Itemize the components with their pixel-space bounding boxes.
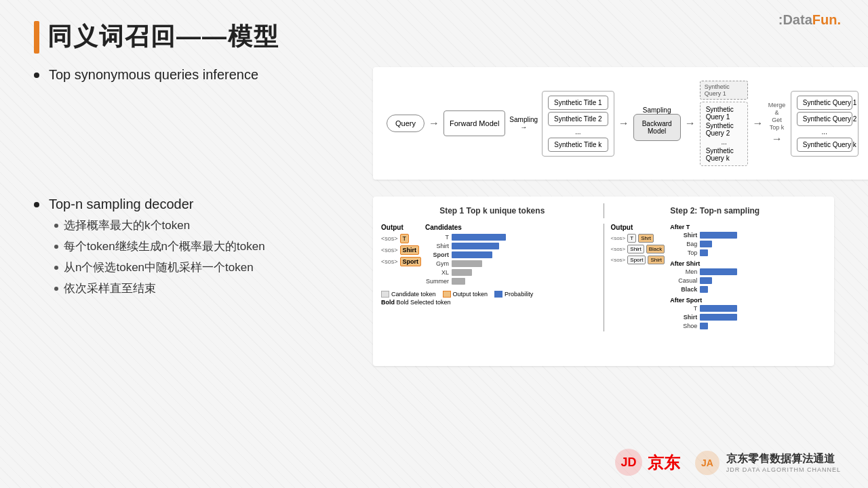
legend-prob: Probability xyxy=(494,291,533,298)
sub-text-2: 每个token继续生成n个概率最大的token xyxy=(64,239,265,254)
footer: JD 京东 JA 京东零售数据算法通道 JDR DATA ALGORITHM C… xyxy=(614,447,841,478)
step2-sos-2: <sos> xyxy=(611,246,626,252)
sub-text-4: 依次采样直至结束 xyxy=(64,281,156,296)
sub-text-1: 选择概率最大的k个token xyxy=(64,218,190,233)
at-top-lbl: Top xyxy=(670,249,697,256)
backward-model-box: Backward Model xyxy=(633,114,681,141)
token-Sport: Sport xyxy=(400,257,422,266)
channel-text-area: 京东零售数据算法通道 JDR DATA ALGORITHM CHANNEL xyxy=(726,452,841,473)
step2-black: Black xyxy=(646,245,665,253)
as-men-bar xyxy=(700,268,737,275)
sos-1: <sos> xyxy=(381,235,398,242)
step2-shirt2: Shirt xyxy=(648,256,664,264)
sampling-body: Output <sos> T <sos> Shirt xyxy=(381,224,826,331)
arrow5: → xyxy=(772,133,783,145)
asp-shirt-bar xyxy=(700,314,737,321)
asp-shoe-row: Shoe xyxy=(670,323,737,329)
at-bag-lbl: Bag xyxy=(670,241,697,247)
final-queries-group: Synthetic Query 1 Synthetic Query 2 ... … xyxy=(791,91,859,157)
svg-text:JD: JD xyxy=(620,455,636,469)
sub-bullet-4: 依次采样直至结束 xyxy=(54,281,359,296)
legend-prob-box xyxy=(494,291,502,298)
candidate-bars: T Shirt Sport xyxy=(425,234,506,285)
legend-area: Candidate token Output token Probability xyxy=(381,291,597,298)
candidates-col: Candidates T Shirt xyxy=(425,224,506,287)
asp-shoe-bar xyxy=(700,323,708,329)
output-tokens: <sos> T <sos> Shirt <sos> xyxy=(381,234,421,266)
at-top-bar xyxy=(700,249,708,256)
cand-label-Gym: Gym xyxy=(425,260,449,267)
asp-t-lbl: T xyxy=(670,305,697,312)
cand-bar-XL: XL xyxy=(425,269,506,276)
jd-icon: JD xyxy=(614,447,644,478)
after-shirt-block: After Shirt Men Casual xyxy=(670,260,737,293)
synth-q-mid-group: Synthetic Query 1 Synthetic Query 2 ... … xyxy=(700,102,749,166)
asp-shirt-row: Shirt xyxy=(670,314,737,321)
token-T: T xyxy=(400,234,410,243)
cand-label-XL: XL xyxy=(425,269,449,276)
bullet-dot-2 xyxy=(34,202,39,207)
at-shirt-bar xyxy=(700,232,737,239)
query-label: Query xyxy=(395,119,416,127)
at-bag-row: Bag xyxy=(670,241,737,247)
synthetic-title-k: Synthetic Title k xyxy=(548,138,608,152)
merge-label: Merge &Get Top k xyxy=(767,102,786,131)
step2-content: Output <sos> T Shrt <sos> xyxy=(611,224,827,331)
as-casual-row: Casual xyxy=(670,277,737,284)
sub-dot-2 xyxy=(54,245,58,249)
cand-bar-Gym: Gym xyxy=(425,260,506,267)
forward-model-label: Forward Model xyxy=(450,119,499,127)
as-casual-bar xyxy=(700,277,712,284)
synth-q-mid-1: Synthetic Query 1 xyxy=(706,106,743,121)
jd-text: 京东 xyxy=(648,452,680,474)
synth-q-mid-k: Synthetic Query k xyxy=(706,147,743,162)
sampling1-arrow: Sampling → xyxy=(509,116,538,131)
as-men-lbl: Men xyxy=(670,268,697,275)
step1-title: Step 1 Top k unique tokens xyxy=(381,203,604,218)
query-oval: Query xyxy=(387,115,425,132)
arrow4: → xyxy=(752,117,763,129)
synth-q-mid-2: Synthetic Query 2 xyxy=(706,122,743,137)
step2-sos-1: <sos> xyxy=(611,235,626,241)
step2-sport: Sport xyxy=(627,256,646,264)
sub-dot-4 xyxy=(54,287,58,291)
sub-bullet-3: 从n个候选token中随机采样一个token xyxy=(54,260,359,275)
section1-label-area: Top synonymous queries inference xyxy=(34,67,359,88)
legend-prob-text: Probability xyxy=(505,291,533,298)
sub-bullet-1: 选择概率最大的k个token xyxy=(54,218,359,233)
as-men-row: Men xyxy=(670,268,737,275)
step2-area: Output <sos> T Shrt <sos> xyxy=(604,224,827,331)
legend-bold-note: Bold Bold Selected token xyxy=(381,299,597,306)
step2-right: After T Shirt Bag xyxy=(670,224,737,331)
legend-output: Output token xyxy=(443,291,488,298)
page-title: 同义词召回——模型 xyxy=(47,20,279,54)
cand-bar-Shirt: Shirt xyxy=(425,243,506,249)
candidates-label: Candidates xyxy=(425,224,506,231)
final-q-2: Synthetic Query 2 xyxy=(797,112,852,126)
legend-candidate: Candidate token xyxy=(381,291,436,298)
step1-area: Output <sos> T <sos> Shirt xyxy=(381,224,604,331)
token-Shirt: Shirt xyxy=(400,245,420,255)
as-black-bar xyxy=(700,286,708,293)
cand-label-Shirt: Shirt xyxy=(425,243,449,249)
jdr-icon: JA xyxy=(694,449,721,476)
step2-row-2: <sos> Shirt Black xyxy=(611,245,665,253)
synthetic-title-1: Synthetic Title 1 xyxy=(548,96,608,110)
cand-label-Sport: Sport xyxy=(425,251,449,258)
step2-shrt: Shrt xyxy=(638,234,654,243)
section1-text: Top synonymous queries inference xyxy=(49,67,258,83)
section2: Top-n sampling decoder 选择概率最大的k个token 每个… xyxy=(34,197,834,366)
jdr-channel: JA 京东零售数据算法通道 JDR DATA ALGORITHM CHANNEL xyxy=(694,449,841,476)
arrow2: → xyxy=(618,117,629,129)
header: 同义词召回——模型 xyxy=(34,20,834,54)
inference-diagram: Query → Forward Model Sampling → Synthet xyxy=(373,67,868,180)
step1-content: Output <sos> T <sos> Shirt xyxy=(381,224,597,287)
step2-shirt: Shirt xyxy=(627,245,644,253)
jd-logo-area: JD 京东 xyxy=(614,447,680,478)
slide: :DataFun. 同义词召回——模型 Top synonymous queri… xyxy=(0,0,868,488)
after-shirt-title: After Shirt xyxy=(670,260,737,267)
bold-note-text: Bold Selected token xyxy=(397,299,451,306)
at-shirt-row: Shirt xyxy=(670,232,737,239)
arrow1: → xyxy=(429,117,439,129)
backward-model-label: Backward Model xyxy=(642,120,672,135)
